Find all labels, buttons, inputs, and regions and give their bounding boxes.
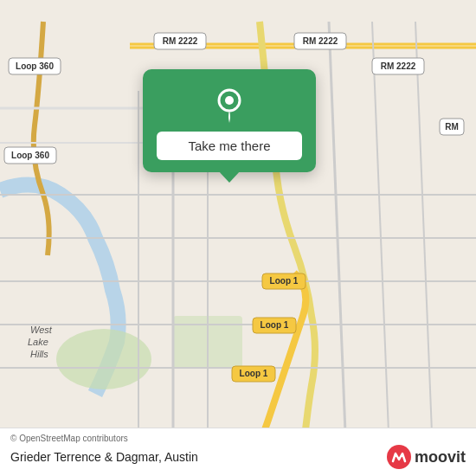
svg-text:Loop 1: Loop 1 xyxy=(240,369,268,378)
location-info-row: Grieder Terrence & Dagmar, Austin moovit xyxy=(10,445,466,469)
svg-text:Hills: Hills xyxy=(30,349,48,359)
moovit-text: moovit xyxy=(415,448,466,466)
moovit-icon xyxy=(387,445,411,469)
svg-text:Loop 360: Loop 360 xyxy=(16,61,54,71)
map-attribution: © OpenStreetMap contributors xyxy=(10,434,466,443)
moovit-logo: moovit xyxy=(387,445,466,469)
svg-text:RM: RM xyxy=(445,122,459,132)
take-me-there-button[interactable]: Take me there xyxy=(157,132,302,160)
svg-text:Loop 1: Loop 1 xyxy=(270,276,299,286)
map-container: RM 2222 RM 2222 RM 2222 Loop 360 Loop 36… xyxy=(0,0,476,476)
svg-text:Lake: Lake xyxy=(28,337,48,347)
bottom-bar: © OpenStreetMap contributors Grieder Ter… xyxy=(0,428,476,476)
svg-point-1 xyxy=(56,329,151,389)
location-pin-icon xyxy=(210,85,248,123)
svg-text:West: West xyxy=(30,325,53,335)
svg-text:RM 2222: RM 2222 xyxy=(163,36,198,46)
svg-text:Loop 360: Loop 360 xyxy=(11,151,49,160)
svg-text:RM 2222: RM 2222 xyxy=(303,36,338,46)
svg-text:Loop 1: Loop 1 xyxy=(261,320,289,330)
svg-point-41 xyxy=(225,96,234,105)
svg-text:RM 2222: RM 2222 xyxy=(381,61,416,71)
location-popup: Take me there xyxy=(143,69,316,172)
location-name: Grieder Terrence & Dagmar, Austin xyxy=(10,450,198,464)
